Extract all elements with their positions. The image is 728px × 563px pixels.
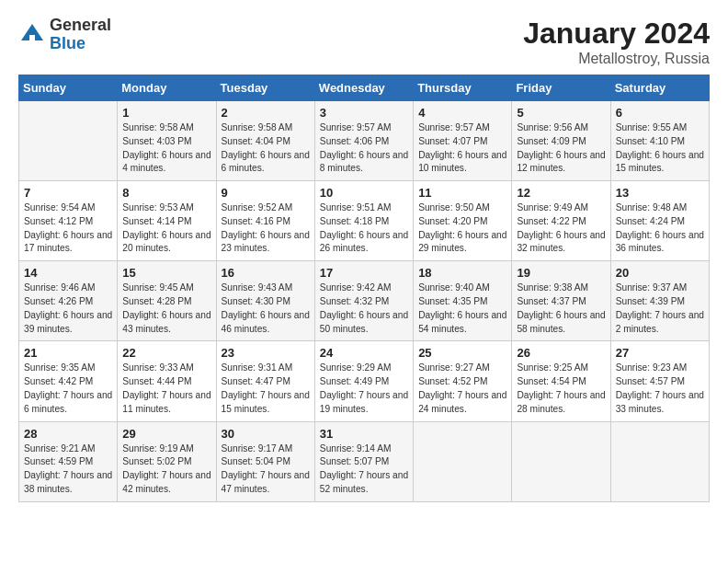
day-info: Sunrise: 9:42 AMSunset: 4:32 PMDaylight:… xyxy=(320,282,408,336)
day-info: Sunrise: 9:50 AMSunset: 4:20 PMDaylight:… xyxy=(418,201,506,256)
day-info: Sunrise: 9:48 AMSunset: 4:24 PMDaylight:… xyxy=(616,201,704,256)
day-number: 8 xyxy=(122,186,210,200)
day-info: Sunrise: 9:25 AMSunset: 4:54 PMDaylight:… xyxy=(517,362,605,416)
day-number: 27 xyxy=(616,346,704,360)
calendar-cell xyxy=(414,421,512,501)
day-info: Sunrise: 9:38 AMSunset: 4:37 PMDaylight:… xyxy=(517,282,605,336)
day-info: Sunrise: 9:33 AMSunset: 4:44 PMDaylight:… xyxy=(122,362,210,416)
day-info: Sunrise: 9:51 AMSunset: 4:18 PMDaylight:… xyxy=(320,201,408,256)
calendar-cell xyxy=(512,421,610,501)
calendar-cell: 3Sunrise: 9:57 AMSunset: 4:06 PMDaylight… xyxy=(314,101,413,181)
day-info: Sunrise: 9:57 AMSunset: 4:07 PMDaylight:… xyxy=(418,121,506,176)
day-number: 9 xyxy=(222,186,310,200)
calendar-week-row: 28Sunrise: 9:21 AMSunset: 4:59 PMDayligh… xyxy=(19,421,710,501)
day-info: Sunrise: 9:14 AMSunset: 5:07 PMDaylight:… xyxy=(320,442,408,497)
th-tuesday: Tuesday xyxy=(216,75,314,101)
calendar-cell: 25Sunrise: 9:27 AMSunset: 4:52 PMDayligh… xyxy=(414,341,512,421)
calendar-cell: 28Sunrise: 9:21 AMSunset: 4:59 PMDayligh… xyxy=(19,421,118,501)
logo-blue-text: Blue xyxy=(50,35,111,53)
day-info: Sunrise: 9:46 AMSunset: 4:26 PMDaylight:… xyxy=(24,282,112,336)
day-number: 24 xyxy=(320,346,408,360)
day-number: 5 xyxy=(517,106,605,120)
th-thursday: Thursday xyxy=(414,75,512,101)
calendar-header: Sunday Monday Tuesday Wednesday Thursday… xyxy=(19,75,710,101)
calendar-cell: 14Sunrise: 9:46 AMSunset: 4:26 PMDayligh… xyxy=(19,261,118,341)
day-number: 18 xyxy=(418,266,506,280)
day-number: 10 xyxy=(320,186,408,200)
header-row: General Blue January 2024 Metallostroy, … xyxy=(18,17,710,67)
calendar-cell: 9Sunrise: 9:52 AMSunset: 4:16 PMDaylight… xyxy=(216,181,314,261)
day-number: 23 xyxy=(222,346,310,360)
calendar-cell: 30Sunrise: 9:17 AMSunset: 5:04 PMDayligh… xyxy=(216,421,314,501)
calendar-cell: 20Sunrise: 9:37 AMSunset: 4:39 PMDayligh… xyxy=(610,261,709,341)
calendar-cell: 4Sunrise: 9:57 AMSunset: 4:07 PMDaylight… xyxy=(414,101,512,181)
day-number: 15 xyxy=(122,266,210,280)
header-row-days: Sunday Monday Tuesday Wednesday Thursday… xyxy=(19,75,710,101)
th-saturday: Saturday xyxy=(610,75,709,101)
day-number: 14 xyxy=(24,266,112,280)
calendar-cell: 29Sunrise: 9:19 AMSunset: 5:02 PMDayligh… xyxy=(118,421,216,501)
day-info: Sunrise: 9:43 AMSunset: 4:30 PMDaylight:… xyxy=(222,282,310,336)
day-info: Sunrise: 9:29 AMSunset: 4:49 PMDaylight:… xyxy=(320,362,408,416)
day-number: 25 xyxy=(418,346,506,360)
calendar-cell: 11Sunrise: 9:50 AMSunset: 4:20 PMDayligh… xyxy=(414,181,512,261)
day-info: Sunrise: 9:52 AMSunset: 4:16 PMDaylight:… xyxy=(222,201,310,256)
day-info: Sunrise: 9:27 AMSunset: 4:52 PMDaylight:… xyxy=(418,362,506,416)
day-number: 2 xyxy=(222,106,310,120)
day-number: 3 xyxy=(320,106,408,120)
day-number: 6 xyxy=(616,106,704,120)
day-number: 22 xyxy=(122,346,210,360)
day-info: Sunrise: 9:19 AMSunset: 5:02 PMDaylight:… xyxy=(122,442,210,497)
calendar-cell: 7Sunrise: 9:54 AMSunset: 4:12 PMDaylight… xyxy=(19,181,118,261)
day-number: 21 xyxy=(24,346,112,360)
calendar-cell: 2Sunrise: 9:58 AMSunset: 4:04 PMDaylight… xyxy=(216,101,314,181)
calendar-cell: 13Sunrise: 9:48 AMSunset: 4:24 PMDayligh… xyxy=(610,181,709,261)
title-block: January 2024 Metallostroy, Russia xyxy=(523,17,710,67)
calendar-cell: 23Sunrise: 9:31 AMSunset: 4:47 PMDayligh… xyxy=(216,341,314,421)
day-number: 28 xyxy=(24,427,112,441)
day-info: Sunrise: 9:17 AMSunset: 5:04 PMDaylight:… xyxy=(222,442,310,497)
day-number: 12 xyxy=(517,186,605,200)
day-number: 4 xyxy=(418,106,506,120)
calendar-cell: 27Sunrise: 9:23 AMSunset: 4:57 PMDayligh… xyxy=(610,341,709,421)
calendar-week-row: 21Sunrise: 9:35 AMSunset: 4:42 PMDayligh… xyxy=(19,341,710,421)
day-number: 29 xyxy=(122,427,210,441)
calendar-cell: 24Sunrise: 9:29 AMSunset: 4:49 PMDayligh… xyxy=(314,341,413,421)
calendar-cell: 31Sunrise: 9:14 AMSunset: 5:07 PMDayligh… xyxy=(314,421,413,501)
main-title: January 2024 xyxy=(523,17,710,51)
calendar-cell: 17Sunrise: 9:42 AMSunset: 4:32 PMDayligh… xyxy=(314,261,413,341)
day-number: 7 xyxy=(24,186,112,200)
th-wednesday: Wednesday xyxy=(314,75,413,101)
day-info: Sunrise: 9:40 AMSunset: 4:35 PMDaylight:… xyxy=(418,282,506,336)
calendar-cell: 26Sunrise: 9:25 AMSunset: 4:54 PMDayligh… xyxy=(512,341,610,421)
day-info: Sunrise: 9:58 AMSunset: 4:04 PMDaylight:… xyxy=(222,121,310,176)
day-info: Sunrise: 9:53 AMSunset: 4:14 PMDaylight:… xyxy=(122,201,210,256)
calendar-table: Sunday Monday Tuesday Wednesday Thursday… xyxy=(18,75,710,502)
day-number: 19 xyxy=(517,266,605,280)
calendar-cell: 16Sunrise: 9:43 AMSunset: 4:30 PMDayligh… xyxy=(216,261,314,341)
day-number: 13 xyxy=(616,186,704,200)
th-friday: Friday xyxy=(512,75,610,101)
subtitle: Metallostroy, Russia xyxy=(523,51,710,67)
calendar-cell: 15Sunrise: 9:45 AMSunset: 4:28 PMDayligh… xyxy=(118,261,216,341)
calendar-cell: 18Sunrise: 9:40 AMSunset: 4:35 PMDayligh… xyxy=(414,261,512,341)
calendar-cell: 22Sunrise: 9:33 AMSunset: 4:44 PMDayligh… xyxy=(118,341,216,421)
day-info: Sunrise: 9:23 AMSunset: 4:57 PMDaylight:… xyxy=(616,362,704,416)
day-info: Sunrise: 9:56 AMSunset: 4:09 PMDaylight:… xyxy=(517,121,605,176)
calendar-cell: 12Sunrise: 9:49 AMSunset: 4:22 PMDayligh… xyxy=(512,181,610,261)
calendar-week-row: 1Sunrise: 9:58 AMSunset: 4:03 PMDaylight… xyxy=(19,101,710,181)
day-info: Sunrise: 9:55 AMSunset: 4:10 PMDaylight:… xyxy=(616,121,704,176)
day-info: Sunrise: 9:37 AMSunset: 4:39 PMDaylight:… xyxy=(616,282,704,336)
logo-text: General Blue xyxy=(50,17,111,53)
day-info: Sunrise: 9:35 AMSunset: 4:42 PMDaylight:… xyxy=(24,362,112,416)
main-container: General Blue January 2024 Metallostroy, … xyxy=(0,0,728,511)
svg-rect-1 xyxy=(29,35,35,43)
day-info: Sunrise: 9:54 AMSunset: 4:12 PMDaylight:… xyxy=(24,201,112,256)
logo-icon xyxy=(18,21,46,49)
day-info: Sunrise: 9:57 AMSunset: 4:06 PMDaylight:… xyxy=(320,121,408,176)
calendar-cell xyxy=(19,101,118,181)
logo: General Blue xyxy=(18,17,111,53)
calendar-cell: 5Sunrise: 9:56 AMSunset: 4:09 PMDaylight… xyxy=(512,101,610,181)
calendar-cell: 6Sunrise: 9:55 AMSunset: 4:10 PMDaylight… xyxy=(610,101,709,181)
calendar-cell: 1Sunrise: 9:58 AMSunset: 4:03 PMDaylight… xyxy=(118,101,216,181)
